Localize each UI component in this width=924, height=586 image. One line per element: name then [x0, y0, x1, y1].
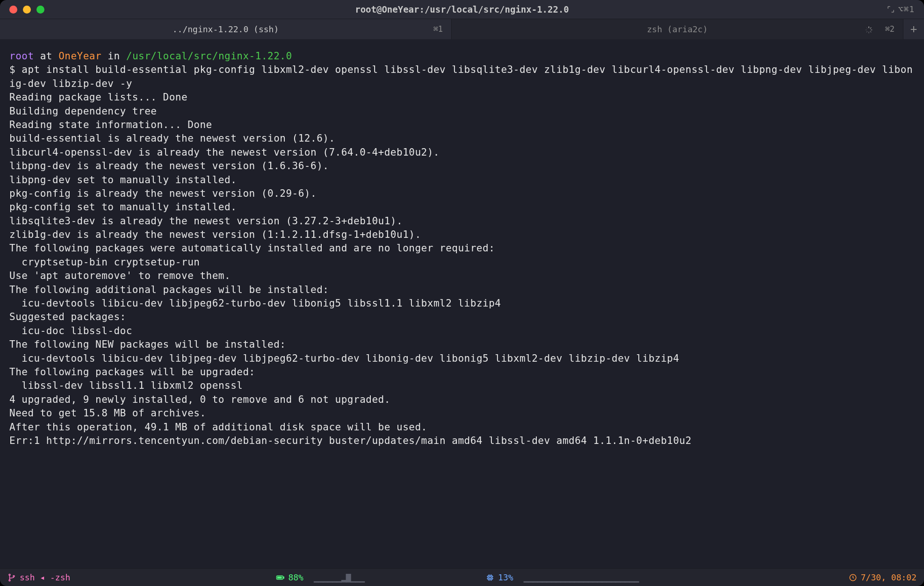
svg-rect-4 [283, 577, 284, 578]
tab-label: ../nginx-1.22.0 (ssh) [173, 23, 279, 35]
terminal-output: Reading package lists... Done Building d… [9, 92, 692, 446]
new-tab-button[interactable]: + [903, 19, 924, 39]
tab-2[interactable]: zsh (aria2c) ⌘2 [452, 19, 903, 39]
battery-icon [276, 573, 284, 582]
status-time-text: 7/30, 08:02 [861, 572, 917, 583]
prompt-at: at [34, 50, 59, 62]
expand-icon [887, 5, 895, 14]
svg-point-1 [9, 579, 10, 581]
svg-rect-6 [488, 575, 492, 579]
prompt-line: root at OneYear in /usr/local/src/nginx-… [9, 50, 292, 62]
status-bar: ssh ◂ -zsh 88% ▁▁▁▁▁▁▂▇▁▁▁ 13% ▁▁▁▁▁▁▁▁▁… [0, 568, 924, 586]
clock-icon [849, 573, 857, 582]
titlebar-hotkey-hint: ⌥⌘1 [887, 3, 924, 15]
zoom-button[interactable] [36, 6, 44, 14]
prompt-path: /usr/local/src/nginx-1.22.0 [126, 50, 292, 62]
terminal-window: root@OneYear:/usr/local/src/nginx-1.22.0… [0, 0, 924, 586]
activity-spinner-icon [865, 25, 873, 34]
status-time: 7/30, 08:02 [849, 572, 917, 583]
status-cpu: 13% ▁▁▁▁▁▁▁▁▁▁▁▁▁▁▁▁▁▁▁▁▁▁▁▁▁ [486, 572, 638, 583]
tab-bar: ../nginx-1.22.0 (ssh) ⌘1 zsh (aria2c) ⌘2… [0, 19, 924, 39]
status-battery: 88% ▁▁▁▁▁▁▂▇▁▁▁ [276, 572, 364, 583]
tab-hotkey: ⌘1 [433, 24, 443, 35]
command-line: $ apt install build-essential pkg-config… [9, 64, 913, 89]
titlebar: root@OneYear:/usr/local/src/nginx-1.22.0… [0, 0, 924, 19]
prompt-sigil: $ [9, 64, 22, 75]
prompt-host: OneYear [58, 50, 101, 62]
svg-rect-7 [489, 576, 491, 579]
svg-rect-5 [277, 576, 282, 579]
status-process-text: ssh ◂ -zsh [20, 572, 70, 583]
cpu-percent: 13% [498, 572, 513, 583]
tab-1[interactable]: ../nginx-1.22.0 (ssh) ⌘1 [0, 19, 452, 39]
window-title: root@OneYear:/usr/local/src/nginx-1.22.0 [0, 3, 924, 16]
titlebar-hotkey-text: ⌥⌘1 [898, 3, 915, 15]
svg-point-0 [9, 574, 10, 575]
git-branch-icon [7, 573, 16, 582]
status-process: ssh ◂ -zsh [7, 572, 70, 583]
terminal-viewport[interactable]: root at OneYear in /usr/local/src/nginx-… [0, 39, 924, 568]
tab-hotkey: ⌘2 [885, 24, 895, 35]
cpu-sparkline: ▁▁▁▁▁▁▁▁▁▁▁▁▁▁▁▁▁▁▁▁▁▁▁▁▁ [524, 572, 639, 583]
close-button[interactable] [9, 6, 17, 14]
svg-point-2 [13, 575, 14, 577]
battery-percent: 88% [288, 572, 303, 583]
command-text: apt install build-essential pkg-config l… [9, 64, 913, 89]
prompt-user: root [9, 50, 34, 62]
battery-sparkline: ▁▁▁▁▁▁▂▇▁▁▁ [314, 572, 364, 583]
tab-label: zsh (aria2c) [647, 23, 707, 35]
traffic-lights [0, 6, 44, 14]
minimize-button[interactable] [23, 6, 31, 14]
cpu-icon [486, 573, 494, 582]
prompt-in: in [101, 50, 126, 62]
